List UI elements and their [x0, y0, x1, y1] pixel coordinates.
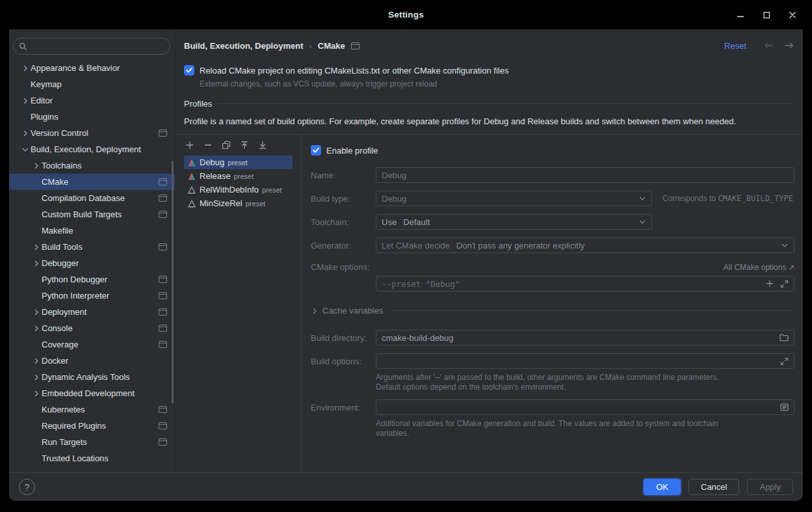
add-option-icon[interactable] [766, 280, 774, 288]
move-down-icon[interactable] [257, 140, 268, 150]
profile-item-debug[interactable]: Debugpreset [184, 155, 293, 169]
profile-item-release[interactable]: Releasepreset [184, 169, 293, 183]
profile-item-minsizerel[interactable]: MinSizeRelpreset [184, 196, 293, 210]
chevron-right-icon[interactable] [31, 307, 42, 317]
apply-button[interactable]: Apply [747, 479, 793, 495]
chevron-right-icon[interactable] [31, 242, 42, 252]
cmake-options-value: --preset "Debug" [382, 279, 460, 289]
sidebar-item-trusted-locations[interactable]: Trusted Locations [9, 450, 175, 466]
breadcrumb-build-execution-deployment[interactable]: Build, Execution, Deployment [184, 41, 303, 51]
profile-item-relwithdebinfo[interactable]: RelWithDebInfopreset [184, 183, 293, 196]
chevron-right-icon[interactable] [31, 323, 42, 334]
chevron-right-icon[interactable] [31, 372, 42, 383]
generator-value: Let CMake decide [382, 241, 450, 250]
chevron-spacer [31, 193, 42, 204]
build-type-row: Build type: Debug Corresponds to CMAKE_B… [311, 191, 794, 206]
cache-variables-toggle[interactable]: Cache variables [311, 306, 794, 316]
sidebar-item-toolchains[interactable]: Toolchains [9, 157, 175, 174]
sidebar-item-embedded-development[interactable]: Embedded Development [9, 385, 175, 401]
sidebar-item-plugins[interactable]: Plugins [9, 109, 175, 125]
environment-label: Environment: [311, 403, 376, 412]
environment-row: Environment: [311, 399, 794, 415]
sidebar-item-cmake[interactable]: CMake [9, 174, 175, 190]
breadcrumb-cmake[interactable]: CMake [318, 41, 345, 51]
sidebar-item-required-plugins[interactable]: Required Plugins [9, 418, 175, 434]
move-up-icon[interactable] [239, 140, 250, 150]
sidebar-item-kubernetes[interactable]: Kubernetes [9, 401, 175, 418]
reset-link[interactable]: Reset [724, 41, 746, 51]
environment-field[interactable] [376, 399, 794, 415]
sidebar-item-label: Keymap [31, 79, 62, 89]
profile-name: Release [200, 171, 231, 181]
sidebar-item-deployment[interactable]: Deployment [9, 304, 175, 320]
settings-search[interactable] [13, 38, 170, 55]
back-arrow-icon[interactable] [763, 42, 774, 49]
sidebar-item-coverage[interactable]: Coverage [9, 336, 175, 353]
chevron-right-icon[interactable] [20, 96, 31, 106]
sidebar-item-label: Python Interpreter [42, 291, 109, 301]
sidebar-item-docker[interactable]: Docker [9, 353, 175, 369]
reload-cmake-checkbox[interactable] [184, 65, 194, 75]
chevron-spacer [31, 291, 42, 301]
sidebar-item-editor[interactable]: Editor [9, 92, 175, 109]
close-icon[interactable] [787, 10, 798, 20]
cmake-options-field[interactable]: --preset "Debug" [376, 276, 794, 291]
build-options-field[interactable] [376, 353, 794, 369]
chevron-right-icon[interactable] [31, 388, 42, 399]
add-profile-icon[interactable] [185, 140, 195, 150]
question-mark-icon: ? [25, 482, 30, 492]
sidebar-item-makefile[interactable]: Makefile [9, 222, 175, 239]
sidebar-item-appearance-behavior[interactable]: Appearance & Behavior [9, 60, 175, 76]
expand-editor-icon[interactable] [780, 357, 789, 366]
sidebar-item-build-tools[interactable]: Build Tools [9, 239, 175, 255]
build-type-select[interactable]: Debug [376, 191, 652, 206]
copy-profile-icon[interactable] [221, 140, 231, 150]
profile-toolbar [176, 135, 301, 155]
cmake-settings-panel: Build, Execution, Deployment › CMake Res… [176, 29, 803, 472]
profile-name: MinSizeRel [200, 198, 242, 208]
sidebar-item-keymap[interactable]: Keymap [9, 76, 175, 92]
screen-badge-icon [159, 341, 167, 348]
sidebar-item-python-debugger[interactable]: Python Debugger [9, 271, 175, 288]
reload-cmake-label: Reload CMake project on editing CMakeLis… [200, 66, 508, 75]
chevron-right-icon[interactable] [31, 258, 42, 269]
sidebar-item-debugger[interactable]: Debugger [9, 255, 175, 271]
remove-profile-icon[interactable] [203, 140, 213, 150]
sidebar-item-run-targets[interactable]: Run Targets [9, 434, 175, 450]
sidebar-item-dynamic-analysis-tools[interactable]: Dynamic Analysis Tools [9, 369, 175, 385]
minimize-icon[interactable] [735, 10, 746, 20]
cancel-button[interactable]: Cancel [688, 479, 739, 495]
sidebar-item-label: Build, Execution, Deployment [31, 144, 141, 154]
help-button[interactable]: ? [19, 479, 35, 495]
enable-profile-checkbox[interactable] [311, 145, 321, 155]
chevron-right-icon[interactable] [20, 63, 31, 74]
sidebar-item-compilation-database[interactable]: Compilation Database [9, 190, 175, 206]
build-directory-field[interactable]: cmake-build-debug [376, 330, 794, 345]
sidebar-item-python-interpreter[interactable]: Python Interpreter [9, 288, 175, 304]
search-input[interactable] [31, 42, 164, 51]
chevron-down-icon[interactable] [20, 144, 31, 155]
cmake-logo-icon [188, 200, 196, 208]
sidebar-scrollbar[interactable] [172, 161, 174, 403]
sidebar-item-build-execution-deployment[interactable]: Build, Execution, Deployment [9, 141, 175, 157]
generator-select[interactable]: Let CMake decide Don't pass any generato… [376, 237, 794, 253]
sidebar-item-custom-build-targets[interactable]: Custom Build Targets [9, 206, 175, 222]
expand-editor-icon[interactable] [780, 280, 789, 288]
folder-icon[interactable] [779, 334, 789, 342]
maximize-icon[interactable] [761, 10, 772, 20]
sidebar-item-version-control[interactable]: Version Control [9, 125, 175, 141]
sidebar-item-console[interactable]: Console [9, 320, 175, 336]
forward-arrow-icon[interactable] [784, 42, 794, 49]
chevron-right-icon[interactable] [31, 356, 42, 366]
build-directory-label: Build directory: [311, 333, 376, 343]
chevron-right-icon[interactable] [31, 161, 42, 171]
sidebar-item-label: Dynamic Analysis Tools [42, 372, 130, 382]
all-cmake-options-link[interactable]: All CMake options ↗ [724, 263, 794, 272]
ok-button[interactable]: OK [644, 479, 681, 495]
sidebar-item-label: Compilation Database [42, 193, 125, 203]
environment-variables-icon[interactable] [780, 403, 789, 411]
chevron-right-icon[interactable] [20, 128, 31, 139]
sidebar-item-label: Toolchains [42, 161, 81, 170]
name-input[interactable] [376, 167, 794, 183]
toolchain-select[interactable]: Use Default [376, 214, 652, 230]
